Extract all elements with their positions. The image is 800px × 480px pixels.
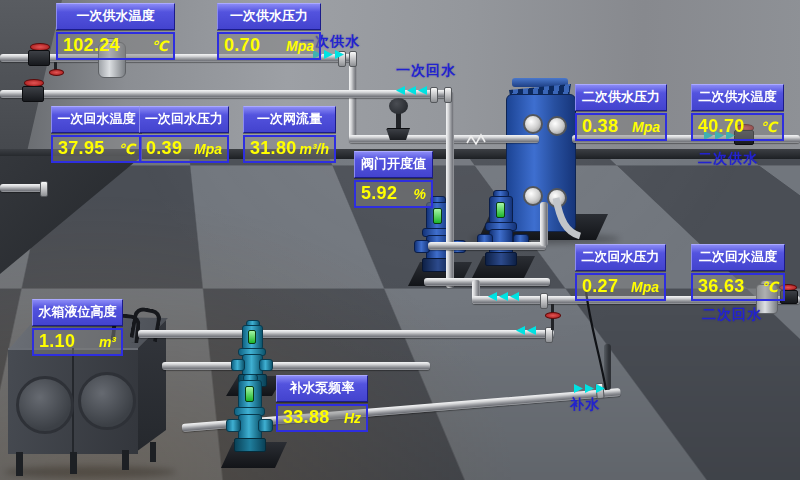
arrow-right-icon: [596, 384, 605, 393]
pump-suction-nub: [231, 359, 245, 371]
gauge-unit: %: [414, 186, 426, 202]
tank-flange-right: [78, 372, 136, 430]
gauge-value: 33.88Hz: [276, 404, 368, 432]
pipe-flange: [540, 293, 548, 309]
gauge-primary-flow[interactable]: 一次网流量 31.80m³/h: [243, 106, 336, 163]
tank-flange-left: [16, 376, 74, 434]
gauge-label: 二次供水温度: [691, 84, 784, 111]
gauge-value: 102.24℃: [56, 32, 175, 60]
gauge-label: 二次回水压力: [575, 244, 666, 271]
gauge-unit: m³: [99, 334, 116, 350]
gauge-number: 1.10: [39, 331, 75, 352]
gauge-number: 0.70: [224, 35, 260, 56]
gauge-label: 一次供水压力: [217, 3, 321, 30]
gauge-label: 补水泵频率: [276, 375, 368, 402]
pipe-label-makeup: 补水: [570, 396, 600, 414]
gauge-value: 40.70℃: [691, 113, 784, 141]
valve-handwheel-icon: [49, 69, 64, 76]
hmi-screen: 一次供水 一次回水 二次供水 二次回水 补水 一次供水温度 102.24℃ 一次…: [0, 0, 800, 480]
gauge-number: 36.63: [698, 276, 745, 297]
gauge-unit: Mpa: [194, 141, 222, 157]
gauge-label: 二次回水温度: [691, 244, 785, 271]
pipe-primary-return: [0, 90, 452, 98]
arrow-left-icon: [418, 86, 427, 95]
gauge-value: 5.92%: [354, 180, 433, 208]
gauge-value: 0.27Mpa: [575, 273, 666, 301]
gauge-primary-supply-temp[interactable]: 一次供水温度 102.24℃: [56, 3, 175, 60]
pipe-makeup-rear: [162, 362, 430, 370]
gauge-unit: Mpa: [286, 38, 314, 54]
gauge-unit: ℃: [761, 279, 778, 295]
gauge-unit: ℃: [151, 38, 168, 54]
pump-run-indicator: [433, 208, 442, 224]
tank-leg: [122, 450, 129, 470]
gauge-primary-supply-pressure[interactable]: 一次供水压力 0.70Mpa: [217, 3, 321, 60]
flow-arrows-makeup: [574, 384, 605, 393]
gauge-secondary-supply-temp[interactable]: 二次供水温度 40.70℃: [691, 84, 784, 141]
gauge-unit: Mpa: [632, 119, 660, 135]
pump-discharge-nub: [258, 419, 273, 432]
arrow-right-icon: [585, 384, 594, 393]
gauge-value: 37.95℃: [51, 135, 142, 163]
pipe-hx-bottom-riser: [540, 202, 548, 246]
flow-arrows-secondary-return: [488, 292, 519, 301]
gauge-number: 40.70: [698, 116, 745, 137]
arrow-right-icon: [324, 50, 333, 59]
pipe-tank-outlet: [138, 330, 554, 338]
gauge-value: 36.63℃: [691, 273, 785, 301]
pump-run-indicator: [248, 330, 256, 344]
gauge-label: 阀门开度值: [354, 151, 433, 178]
flow-arrows-tank-line: [516, 326, 536, 335]
gauge-valve-opening[interactable]: 阀门开度值 5.92%: [354, 151, 433, 208]
tank-leg: [150, 442, 156, 462]
pipe-primary-supply-drop: [349, 56, 357, 140]
hx-port: [523, 114, 543, 134]
gauge-number: 0.27: [582, 276, 618, 297]
gauge-value: 0.70Mpa: [217, 32, 321, 60]
hx-port: [547, 188, 567, 208]
gauge-number: 5.92: [361, 183, 397, 204]
pipe-label-secondary-supply: 二次供水: [698, 150, 758, 168]
gauge-label: 一次供水温度: [56, 3, 175, 30]
pump-discharge-nub: [259, 359, 273, 371]
arrow-left-icon: [510, 292, 519, 301]
gauge-label: 水箱液位高度: [32, 299, 123, 326]
gauge-number: 33.88: [283, 407, 330, 428]
gauge-value: 1.10m³: [32, 328, 123, 356]
pipe-primary-return-drop: [446, 92, 454, 288]
gauge-makeup-pump-frequency[interactable]: 补水泵频率 33.88Hz: [276, 375, 368, 432]
pipe-label-primary-return: 一次回水: [396, 62, 456, 80]
gauge-secondary-return-temp[interactable]: 二次回水温度 36.63℃: [691, 244, 785, 301]
gauge-tank-level[interactable]: 水箱液位高度 1.10m³: [32, 299, 123, 356]
gauge-primary-return-pressure[interactable]: 一次回水压力 0.39Mpa: [139, 106, 229, 163]
pump-run-indicator: [496, 202, 505, 218]
gauge-number: 0.39: [146, 138, 182, 159]
tank-shadow: [4, 466, 176, 478]
gauge-value: 31.80m³/h: [243, 135, 336, 163]
gauge-unit: Hz: [344, 410, 361, 426]
hx-port: [547, 116, 567, 136]
pump-foot: [234, 438, 266, 452]
gauge-unit: ℃: [760, 119, 777, 135]
pump-run-indicator: [245, 386, 254, 402]
gauge-unit: Mpa: [631, 279, 659, 295]
gauge-secondary-return-pressure[interactable]: 二次回水压力 0.27Mpa: [575, 244, 666, 301]
arrow-left-icon: [516, 326, 525, 335]
pipe-label-secondary-return: 二次回水: [702, 306, 762, 324]
gauge-value: 0.38Mpa: [575, 113, 667, 141]
pipe-makeup-riser: [604, 344, 611, 390]
gauge-number: 102.24: [63, 35, 120, 56]
arrow-left-icon: [396, 86, 405, 95]
valve-actuator: [389, 98, 408, 114]
gauge-label: 二次供水压力: [575, 84, 667, 111]
arrow-left-icon: [488, 292, 497, 301]
tank-leg: [70, 452, 77, 474]
gauge-secondary-supply-pressure[interactable]: 二次供水压力 0.38Mpa: [575, 84, 667, 141]
pipe-flange: [430, 87, 438, 103]
gauge-primary-return-temp[interactable]: 一次回水温度 37.95℃: [51, 106, 142, 163]
pipe-flange: [349, 51, 357, 67]
valve-body: [28, 50, 50, 66]
flow-arrows-primary-return: [396, 86, 427, 95]
arrow-left-icon: [407, 86, 416, 95]
arrow-right-icon: [574, 384, 583, 393]
